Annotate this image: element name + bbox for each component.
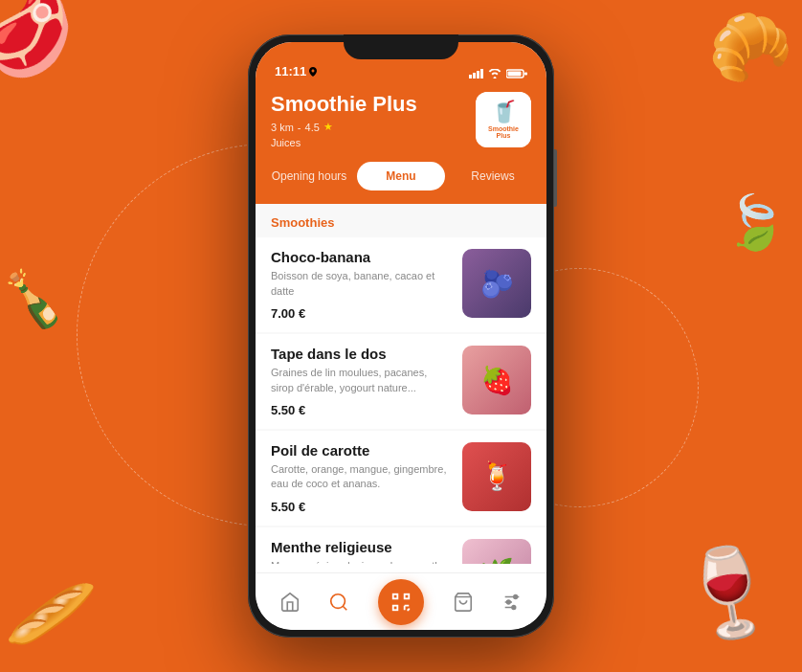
svg-rect-11	[393, 605, 398, 610]
menu-content: Smoothies Choco-banana Boisson de soya, …	[256, 204, 546, 564]
list-item: Tape dans le dos Graines de lin moulues,…	[256, 334, 546, 429]
item-img-2: 🍓	[462, 346, 531, 414]
scan-icon	[390, 592, 412, 613]
header-info: Smoothie Plus 3 km - 4.5 ★ Juices	[271, 92, 417, 148]
nav-bag[interactable]	[453, 592, 474, 613]
tab-opening-hours[interactable]: Opening hours	[265, 162, 353, 190]
signal-icon	[469, 69, 483, 78]
tab-reviews[interactable]: Reviews	[449, 162, 537, 190]
phone-screen: 11:11 Smoothie Plus 3 km - 4.5	[256, 42, 546, 630]
list-item: Poil de carotte Carotte, orange, mangue,…	[256, 431, 546, 526]
item-img-4: 🌿	[462, 539, 531, 565]
item-info-1: Choco-banana Boisson de soya, banane, ca…	[271, 249, 451, 321]
bg-food-topright: 🥐	[701, 0, 801, 98]
bg-food-midleft: 🍾	[0, 265, 69, 333]
filter-icon	[501, 592, 523, 613]
status-time: 11:11	[275, 64, 317, 78]
svg-rect-3	[480, 69, 483, 78]
bg-food-topleft: 🥩	[0, 0, 89, 94]
bg-food-midright: 🍃	[719, 189, 790, 257]
svg-point-20	[514, 594, 518, 598]
item-desc-1: Boisson de soya, banane, cacao et datte	[271, 269, 451, 299]
section-smoothies: Smoothies	[256, 204, 546, 237]
star-icon: ★	[323, 121, 333, 133]
list-item: Menthe religieuse Mangue, épinard, ginge…	[256, 527, 546, 565]
item-name-1: Choco-banana	[271, 249, 451, 265]
item-desc-4: Mangue, épinard, gingembre, menthe et ea…	[271, 559, 451, 565]
battery-icon	[506, 69, 527, 78]
status-icons	[469, 69, 527, 78]
bottom-navigation	[256, 572, 546, 630]
home-icon	[279, 592, 301, 613]
item-price-1: 7.00 €	[271, 306, 451, 321]
location-icon	[309, 67, 317, 77]
phone-notch	[344, 34, 458, 59]
restaurant-logo: 🥤 SmoothiePlus	[476, 92, 531, 147]
svg-rect-6	[524, 73, 527, 76]
svg-rect-9	[393, 594, 398, 598]
separator: -	[298, 122, 301, 133]
item-name-4: Menthe religieuse	[271, 539, 451, 555]
distance-label: 3 km	[271, 122, 294, 133]
item-price-3: 5.50 €	[271, 500, 451, 514]
phone-device: 11:11 Smoothie Plus 3 km - 4.5	[248, 34, 554, 638]
list-item: Choco-banana Boisson de soya, banane, ca…	[256, 237, 546, 332]
wifi-icon	[488, 69, 501, 78]
item-price-2: 5.50 €	[271, 403, 451, 417]
restaurant-name: Smoothie Plus	[271, 92, 417, 117]
item-desc-3: Carotte, orange, mangue, gingembre, eau …	[271, 462, 451, 492]
nav-scan[interactable]	[378, 579, 424, 625]
bg-food-bottomleft: 🥖	[4, 568, 100, 660]
item-info-2: Tape dans le dos Graines de lin moulues,…	[271, 346, 451, 417]
item-info-4: Menthe religieuse Mangue, épinard, ginge…	[271, 539, 451, 565]
phone-side-btn	[554, 149, 557, 207]
app-header: Smoothie Plus 3 km - 4.5 ★ Juices 🥤 Smoo…	[256, 84, 546, 162]
svg-line-8	[344, 606, 347, 610]
header-meta: 3 km - 4.5 ★	[271, 121, 417, 133]
nav-home[interactable]	[279, 592, 301, 613]
nav-filter[interactable]	[501, 592, 523, 613]
svg-point-22	[512, 605, 516, 609]
item-info-3: Poil de carotte Carotte, orange, mangue,…	[271, 442, 451, 514]
category-label: Juices	[271, 137, 417, 148]
nav-search[interactable]	[328, 592, 349, 613]
svg-rect-10	[405, 594, 410, 598]
rating-value: 4.5	[305, 122, 320, 133]
svg-rect-0	[469, 75, 472, 78]
bg-food-bottomright: 🍷	[668, 534, 791, 652]
svg-rect-1	[473, 73, 476, 78]
svg-point-7	[331, 594, 345, 608]
item-desc-2: Graines de lin moulues, pacanes, sirop d…	[271, 366, 451, 395]
tab-menu[interactable]: Menu	[357, 162, 445, 190]
svg-point-21	[507, 600, 511, 604]
svg-rect-5	[508, 72, 522, 77]
item-name-3: Poil de carotte	[271, 442, 451, 459]
phone-shell: 11:11 Smoothie Plus 3 km - 4.5	[248, 34, 554, 638]
item-img-3: 🍹	[462, 442, 531, 511]
item-img-1: 🫐	[462, 249, 531, 318]
bag-icon	[453, 592, 474, 613]
svg-rect-2	[477, 71, 479, 78]
search-icon	[328, 592, 349, 613]
item-name-2: Tape dans le dos	[271, 346, 451, 362]
tab-bar: Opening hours Menu Reviews	[256, 162, 546, 204]
